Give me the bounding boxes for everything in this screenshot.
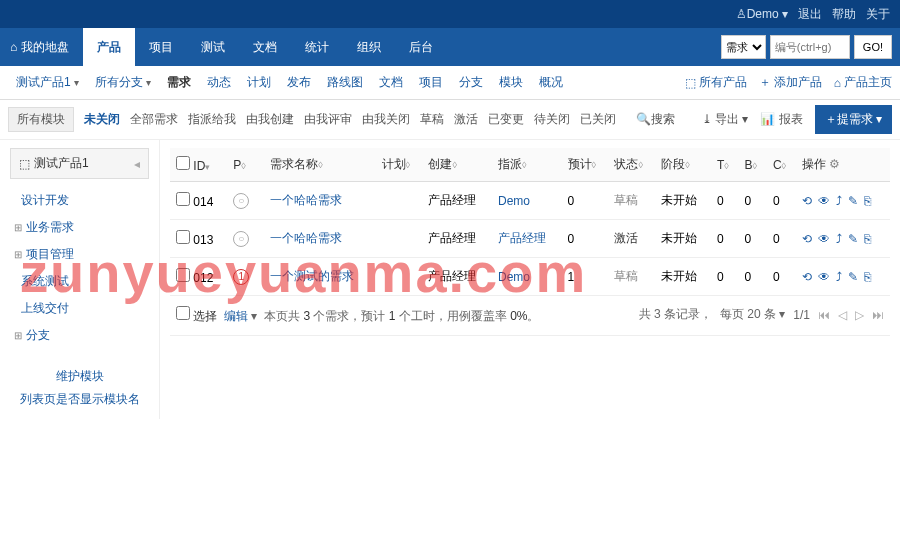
breakdown-icon[interactable]: ⤴ [836, 232, 842, 246]
change-icon[interactable]: ⟲ [802, 194, 812, 208]
sidebar-product[interactable]: ⬚测试产品1◂ [10, 148, 149, 179]
sidebar-item-设计开发[interactable]: 设计开发 [10, 187, 149, 214]
row-checkbox[interactable] [176, 230, 190, 244]
report-link[interactable]: 📊 报表 [760, 111, 802, 128]
edit-icon[interactable]: ✎ [848, 194, 858, 208]
collapse-icon[interactable]: ◂ [134, 157, 140, 171]
col-t[interactable]: T◊ [711, 148, 739, 182]
change-icon[interactable]: ⟲ [802, 270, 812, 284]
export-link[interactable]: ⤓ 导出 ▾ [702, 111, 749, 128]
nav-组织[interactable]: 组织 [343, 28, 395, 66]
nav-文档[interactable]: 文档 [239, 28, 291, 66]
search-input[interactable] [770, 35, 850, 59]
filter-已变更[interactable]: 已变更 [488, 112, 524, 126]
filter-由我关闭[interactable]: 由我关闭 [362, 112, 410, 126]
maintain-module-link[interactable]: 维护模块 [10, 365, 149, 388]
subnav-发布[interactable]: 发布 [279, 75, 319, 89]
review-icon[interactable]: 👁 [818, 232, 830, 246]
sidebar-item-系统测试[interactable]: 系统测试 [10, 268, 149, 295]
subnav-路线图[interactable]: 路线图 [319, 75, 371, 89]
col-b[interactable]: B◊ [739, 148, 767, 182]
filter-由我创建[interactable]: 由我创建 [246, 112, 294, 126]
review-icon[interactable]: 👁 [818, 270, 830, 284]
row-checkbox[interactable] [176, 268, 190, 282]
story-name-link[interactable]: 一个哈哈需求 [270, 193, 342, 207]
last-page-button[interactable]: ⏭ [872, 308, 884, 322]
col-stage[interactable]: 阶段◊ [655, 148, 711, 182]
nav-后台[interactable]: 后台 [395, 28, 447, 66]
first-page-button[interactable]: ⏮ [818, 308, 830, 322]
filter-未关闭[interactable]: 未关闭 [84, 112, 120, 126]
subnav-需求[interactable]: 需求 [159, 75, 199, 89]
filter-激活[interactable]: 激活 [454, 112, 478, 126]
prev-page-button[interactable]: ◁ [838, 308, 847, 322]
select-all-foot-checkbox[interactable] [176, 306, 190, 320]
col-p[interactable]: P◊ [227, 148, 264, 182]
search-type-select[interactable]: 需求 [721, 35, 766, 59]
change-icon[interactable]: ⟲ [802, 232, 812, 246]
col-id[interactable]: ID▾ [170, 148, 227, 182]
batch-edit-link[interactable]: 编辑 [224, 309, 248, 323]
col-creator[interactable]: 创建◊ [422, 148, 492, 182]
user-menu[interactable]: ♙Demo ▾ [736, 7, 788, 21]
nav-产品[interactable]: 产品 [83, 28, 135, 66]
all-products-link[interactable]: ⬚所有产品 [685, 74, 747, 91]
nav-测试[interactable]: 测试 [187, 28, 239, 66]
edit-icon[interactable]: ✎ [848, 232, 858, 246]
assign-link[interactable]: Demo [498, 194, 530, 208]
add-product-link[interactable]: ＋添加产品 [759, 74, 822, 91]
review-icon[interactable]: 👁 [818, 194, 830, 208]
assign-link[interactable]: Demo [498, 270, 530, 284]
subnav-项目[interactable]: 项目 [411, 75, 451, 89]
col-c[interactable]: C◊ [767, 148, 796, 182]
col-est[interactable]: 预计◊ [562, 148, 609, 182]
story-name-link[interactable]: 一个哈哈需求 [270, 231, 342, 245]
gear-icon[interactable]: ⚙ [829, 157, 840, 171]
row-checkbox[interactable] [176, 192, 190, 206]
col-assign[interactable]: 指派◊ [492, 148, 562, 182]
search-toggle[interactable]: 🔍搜索 [636, 111, 675, 128]
subnav-文档[interactable]: 文档 [371, 75, 411, 89]
assign-link[interactable]: 产品经理 [498, 231, 546, 245]
subnav-分支[interactable]: 分支 [451, 75, 491, 89]
product-dropdown[interactable]: 测试产品1 ▾ [8, 74, 87, 91]
go-button[interactable]: GO! [854, 35, 892, 59]
copy-icon[interactable]: ⎘ [864, 232, 871, 246]
copy-icon[interactable]: ⎘ [864, 270, 871, 284]
subnav-模块[interactable]: 模块 [491, 75, 531, 89]
breakdown-icon[interactable]: ⤴ [836, 194, 842, 208]
subnav-概况[interactable]: 概况 [531, 75, 571, 89]
show-module-toggle[interactable]: 列表页是否显示模块名 [10, 388, 149, 411]
filter-指派给我[interactable]: 指派给我 [188, 112, 236, 126]
breakdown-icon[interactable]: ⤴ [836, 270, 842, 284]
branch-dropdown[interactable]: 所有分支 ▾ [87, 74, 159, 91]
copy-icon[interactable]: ⎘ [864, 194, 871, 208]
col-status[interactable]: 状态◊ [608, 148, 655, 182]
help-link[interactable]: 帮助 [832, 6, 856, 23]
next-page-button[interactable]: ▷ [855, 308, 864, 322]
col-name[interactable]: 需求名称◊ [264, 148, 375, 182]
filter-已关闭[interactable]: 已关闭 [580, 112, 616, 126]
select-all-checkbox[interactable] [176, 156, 190, 170]
filter-全部需求[interactable]: 全部需求 [130, 112, 178, 126]
nav-项目[interactable]: 项目 [135, 28, 187, 66]
story-name-link[interactable]: 一个测试的需求 [270, 269, 354, 283]
filter-由我评审[interactable]: 由我评审 [304, 112, 352, 126]
edit-icon[interactable]: ✎ [848, 270, 858, 284]
filter-待关闭[interactable]: 待关闭 [534, 112, 570, 126]
sidebar-item-分支[interactable]: ⊞分支 [10, 322, 149, 349]
nav-我的地盘[interactable]: ⌂我的地盘 [0, 28, 83, 66]
subnav-动态[interactable]: 动态 [199, 75, 239, 89]
sidebar-item-上线交付[interactable]: 上线交付 [10, 295, 149, 322]
about-link[interactable]: 关于 [866, 6, 890, 23]
sidebar-item-项目管理[interactable]: ⊞项目管理 [10, 241, 149, 268]
create-story-button[interactable]: ＋提需求 ▾ [815, 105, 892, 134]
all-modules-chip[interactable]: 所有模块 [8, 107, 74, 132]
filter-草稿[interactable]: 草稿 [420, 112, 444, 126]
logout-link[interactable]: 退出 [798, 6, 822, 23]
col-plan[interactable]: 计划◊ [376, 148, 423, 182]
sidebar-item-业务需求[interactable]: ⊞业务需求 [10, 214, 149, 241]
subnav-计划[interactable]: 计划 [239, 75, 279, 89]
per-page-dropdown[interactable]: 每页 20 条 ▾ [720, 306, 785, 323]
product-home-link[interactable]: ⌂产品主页 [834, 74, 892, 91]
